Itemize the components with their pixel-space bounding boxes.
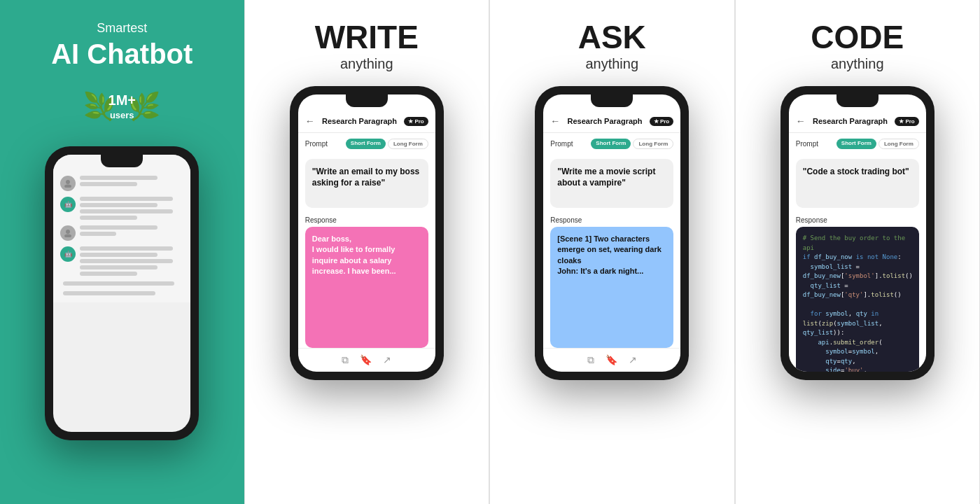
chat-row-bot2: 🤖 xyxy=(60,246,183,276)
short-form-btn-ask[interactable]: Short Form xyxy=(591,139,631,149)
chat-line xyxy=(80,272,136,276)
user-badge: 🌿 1M+ users 🌿 xyxy=(83,82,160,131)
write-prompt-box: "Write an email to my boss asking for a … xyxy=(305,159,428,208)
chat-line xyxy=(63,281,174,286)
chat-line xyxy=(80,265,158,270)
back-arrow-icon-3[interactable]: ← xyxy=(550,115,560,127)
ask-main-title: ASK xyxy=(578,21,646,53)
chat-content: 🤖 xyxy=(53,155,190,302)
ask-form-buttons: Short Form Long Form xyxy=(591,139,673,149)
chat-line xyxy=(80,203,158,207)
write-phone-mockup: ← Research Paragraph ★ Pro Prompt Short … xyxy=(290,86,444,380)
pro-badge-code: ★ Pro xyxy=(895,117,919,126)
long-form-btn-code[interactable]: Long Form xyxy=(878,139,919,149)
bot-lines2 xyxy=(80,246,183,276)
bot-avatar: 🤖 xyxy=(60,197,76,212)
ask-sub-title: anything xyxy=(585,56,638,72)
hero-subtitle: Smartest xyxy=(97,21,147,36)
write-panel: WRITE anything ← Research Paragraph ★ Pr… xyxy=(244,0,490,504)
write-sub-title: anything xyxy=(340,56,393,72)
write-app-header: ← Research Paragraph ★ Pro xyxy=(298,115,435,133)
laurel-wreath: 🌿 1M+ users 🌿 xyxy=(83,82,160,131)
code-phone-mockup: ← Research Paragraph ★ Pro Prompt Short … xyxy=(780,86,934,380)
bot-lines xyxy=(80,197,183,220)
svg-point-2 xyxy=(66,230,70,234)
chat-line xyxy=(80,232,116,236)
hero-panel: Smartest AI Chatbot 🌿 1M+ users 🌿 xyxy=(0,0,244,504)
pro-badge-ask: ★ Pro xyxy=(650,117,674,126)
back-arrow-icon-4[interactable]: ← xyxy=(796,115,806,127)
ask-app: ← Research Paragraph ★ Pro Prompt Short … xyxy=(543,94,680,372)
svg-point-0 xyxy=(66,180,70,184)
svg-point-3 xyxy=(64,234,71,238)
chat-line xyxy=(80,176,158,180)
code-sub-title: anything xyxy=(831,56,884,72)
badge-text: 1M+ users xyxy=(108,92,136,121)
code-screen: ← Research Paragraph ★ Pro Prompt Short … xyxy=(789,94,926,372)
code-panel: CODE anything ← Research Paragraph ★ Pro… xyxy=(735,0,981,504)
code-prompt-label: Prompt xyxy=(796,140,818,148)
back-arrow-icon[interactable]: ← xyxy=(305,115,315,127)
code-response-box: # Send the buy order to the api if df_bu… xyxy=(796,227,919,372)
code-response-label: Response xyxy=(789,212,926,227)
ask-response-box: [Scene 1] Two characters emerge on set, … xyxy=(550,227,673,348)
phone-notch-4 xyxy=(836,94,878,107)
phone-notch-3 xyxy=(591,94,633,107)
chat-row-bot1: 🤖 xyxy=(60,197,183,220)
pro-badge-write: ★ Pro xyxy=(404,117,428,126)
write-app: ← Research Paragraph ★ Pro Prompt Short … xyxy=(298,94,435,372)
write-prompt-row: Prompt Short Form Long Form xyxy=(298,133,435,155)
svg-point-1 xyxy=(64,185,71,188)
ask-screen-title: Research Paragraph xyxy=(567,117,642,125)
write-response-box: Dear boss, I would like to formally inqu… xyxy=(305,227,428,348)
write-response-label: Response xyxy=(298,212,435,227)
bot-avatar2: 🤖 xyxy=(60,246,76,262)
chat-line xyxy=(80,216,136,220)
chat-line xyxy=(80,253,158,257)
hero-title: AI Chatbot xyxy=(51,38,192,69)
user-avatar xyxy=(60,176,76,191)
chat-line xyxy=(80,209,173,214)
write-form-buttons: Short Form Long Form xyxy=(346,139,428,149)
chat-line xyxy=(80,197,173,201)
bookmark-icon[interactable]: 🔖 xyxy=(360,354,372,366)
long-form-btn-write[interactable]: Long Form xyxy=(388,139,428,149)
long-form-btn-ask[interactable]: Long Form xyxy=(633,139,673,149)
chat-row-user2 xyxy=(60,225,183,241)
code-prompt-box: "Code a stock trading bot" xyxy=(796,159,919,208)
code-app-header: ← Research Paragraph ★ Pro xyxy=(789,115,926,133)
user-lines2 xyxy=(80,225,183,236)
ask-prompt-box: "Write me a movie script about a vampire… xyxy=(550,159,673,208)
phone-notch-2 xyxy=(346,94,388,107)
write-screen: ← Research Paragraph ★ Pro Prompt Short … xyxy=(298,94,435,372)
user-avatar2 xyxy=(60,225,76,241)
short-form-btn-code[interactable]: Short Form xyxy=(836,139,876,149)
chat-line xyxy=(80,225,158,230)
share-icon[interactable]: ↗ xyxy=(383,354,391,366)
chat-line xyxy=(80,259,173,263)
ask-prompt-row: Prompt Short Form Long Form xyxy=(543,133,680,155)
bookmark-icon-3[interactable]: 🔖 xyxy=(606,354,617,366)
ask-panel: ASK anything ← Research Paragraph ★ Pro … xyxy=(489,0,735,504)
ask-app-header: ← Research Paragraph ★ Pro xyxy=(543,115,680,133)
chat-row-user1 xyxy=(60,176,183,191)
code-prompt-row: Prompt Short Form Long Form xyxy=(789,133,926,155)
user-lines xyxy=(80,176,183,186)
copy-icon[interactable]: ⧉ xyxy=(342,354,349,366)
copy-icon-3[interactable]: ⧉ xyxy=(587,354,594,366)
code-form-buttons: Short Form Long Form xyxy=(836,139,919,149)
share-icon-3[interactable]: ↗ xyxy=(629,354,637,366)
chat-line xyxy=(80,246,173,251)
ask-phone-footer: ⧉ 🔖 ↗ xyxy=(543,348,680,372)
code-screen-title: Research Paragraph xyxy=(813,117,888,125)
phone-notch xyxy=(101,155,143,167)
chat-line xyxy=(63,291,155,295)
write-main-title: WRITE xyxy=(315,21,419,53)
chat-line xyxy=(80,182,136,186)
ask-prompt-label: Prompt xyxy=(550,140,573,148)
short-form-btn-write[interactable]: Short Form xyxy=(346,139,386,149)
code-app: ← Research Paragraph ★ Pro Prompt Short … xyxy=(789,94,926,372)
write-phone-footer: ⧉ 🔖 ↗ xyxy=(298,348,435,372)
write-screen-title: Research Paragraph xyxy=(322,117,397,125)
ask-screen: ← Research Paragraph ★ Pro Prompt Short … xyxy=(543,94,680,372)
